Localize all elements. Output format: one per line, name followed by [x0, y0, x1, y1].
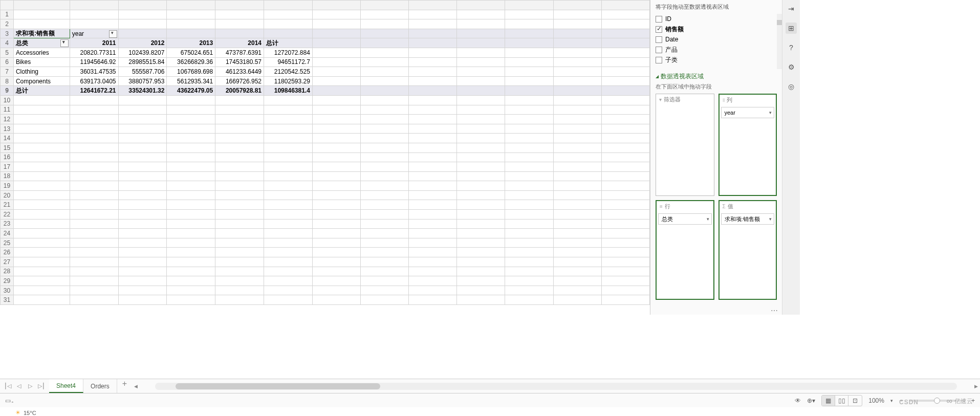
right-toolbar: ⇥ ⊞ ? ⚙ ◎	[782, 0, 800, 315]
cloud-icon: ∞	[947, 397, 952, 406]
zoom-level[interactable]: 100%	[868, 397, 884, 404]
pivot-col-field[interactable]: year	[70, 29, 118, 38]
view-mode-toggles: ▦ ▯▯ ⊡	[821, 395, 862, 406]
row-header[interactable]: 4	[1, 38, 14, 48]
grid[interactable]: 1 2 3 求和项:销售额 year 4 总类	[0, 0, 650, 305]
row-header[interactable]: 1	[1, 10, 14, 19]
next-sheet-icon[interactable]: ▷	[26, 382, 35, 391]
status-bar: ▭⸼ 👁 ⊕▾ ▦ ▯▯ ⊡ 100%▾ − +	[0, 393, 980, 407]
checkbox-icon[interactable]	[656, 47, 662, 53]
row-header[interactable]: 2	[1, 19, 14, 29]
pivot-fields-icon[interactable]: ⊞	[786, 23, 797, 34]
rows-area-item-category[interactable]: 总类 ▾	[658, 213, 712, 225]
pivot-corner-label: 求和项:销售额	[16, 30, 55, 37]
sun-icon: ☀	[15, 409, 20, 416]
csdn-watermark: CSDN	[899, 399, 919, 406]
filter-area[interactable]: ▾筛选器	[656, 94, 714, 196]
grid-settings-icon[interactable]: ⊕▾	[807, 397, 815, 404]
field-item-product[interactable]: 产品	[656, 45, 777, 55]
chevron-down-icon[interactable]: ▾	[707, 216, 709, 222]
chevron-down-icon[interactable]: ▾	[769, 216, 772, 222]
pivot-year-header[interactable]: 2013	[167, 38, 215, 48]
chevron-down-icon[interactable]	[109, 30, 117, 38]
table-row: 8 Components 639173.0405 3880757.953 561…	[1, 76, 650, 86]
pivot-row-field-header[interactable]: 总类	[13, 38, 70, 48]
row-header[interactable]: 3	[1, 29, 14, 38]
chevron-down-icon[interactable]: ▾	[890, 398, 893, 403]
values-area[interactable]: Σ值 求和项:销售额 ▾	[718, 200, 777, 300]
pivot-col-field-label: year	[72, 30, 84, 37]
checkbox-icon[interactable]	[656, 36, 662, 43]
filter-icon: ▾	[659, 97, 662, 102]
prev-sheet-icon[interactable]: ◁	[14, 382, 24, 391]
values-area-item-sum-sales[interactable]: 求和项:销售额 ▾	[721, 213, 775, 225]
last-sheet-icon[interactable]: ▷⎮	[37, 382, 46, 391]
select-all-cell[interactable]	[1, 1, 14, 10]
view-page-break-icon[interactable]: ⊡	[848, 396, 862, 406]
field-scrollbar[interactable]	[777, 14, 782, 69]
os-taskbar: ☀ 15°C	[0, 407, 980, 416]
table-row: 7 Clothing 36031.47535 555587.706 106768…	[1, 67, 650, 77]
status-console-icon[interactable]: ▭⸼	[5, 397, 14, 404]
checkbox-icon[interactable]	[656, 57, 662, 63]
chevron-down-icon[interactable]: ▾	[769, 110, 772, 115]
eye-icon[interactable]: 👁	[795, 397, 801, 404]
view-normal-icon[interactable]: ▦	[822, 396, 835, 406]
field-item-id[interactable]: ID	[656, 14, 777, 24]
checkbox-icon[interactable]	[656, 26, 662, 33]
columns-area[interactable]: ⦀列 year ▾	[718, 94, 777, 196]
table-row: 5 Accessories 20820.77311 102439.8207 67…	[1, 48, 650, 57]
scrollbar-thumb[interactable]	[176, 383, 380, 389]
field-list: ID 销售额 Date 产品 子类	[650, 14, 782, 69]
sheet-tab-sheet4[interactable]: Sheet4	[49, 379, 83, 393]
field-item-sales[interactable]: 销售额	[656, 24, 777, 34]
scroll-right-icon[interactable]: ▶	[972, 384, 980, 389]
rows-area[interactable]: ≡行 总类 ▾	[656, 200, 714, 300]
sheet-tabs-bar: ⎮◁ ◁ ▷ ▷⎮ Sheet4 Orders + ◀ ▶	[0, 379, 980, 393]
pivot-areas-hint: 在下面区域中拖动字段	[650, 83, 782, 94]
view-page-layout-icon[interactable]: ▯▯	[835, 396, 848, 406]
scrollbar-thumb[interactable]	[777, 20, 782, 25]
pivot-grand-total-row-label[interactable]: 总计	[13, 86, 70, 96]
sheet-tab-orders[interactable]: Orders	[83, 379, 117, 393]
weather-widget[interactable]: ☀ 15°C	[15, 409, 36, 416]
pivot-year-header[interactable]: 2012	[118, 38, 167, 48]
field-item-subclass[interactable]: 子类	[656, 55, 777, 65]
help-icon[interactable]: ?	[786, 42, 797, 53]
field-panel-hint: 将字段拖动至数据透视表区域	[650, 0, 782, 14]
pivot-year-header[interactable]: 2011	[70, 38, 118, 48]
zoom-slider-thumb[interactable]	[934, 398, 940, 404]
spreadsheet-area: 1 2 3 求和项:销售额 year 4 总类	[0, 0, 650, 315]
add-sheet-button[interactable]: +	[117, 379, 132, 393]
first-sheet-icon[interactable]: ⎮◁	[3, 382, 12, 391]
target-icon[interactable]: ◎	[786, 81, 797, 92]
pivot-year-header[interactable]: 2014	[215, 38, 264, 48]
chevron-down-icon[interactable]	[60, 39, 69, 47]
collapse-panel-icon[interactable]: ⇥	[786, 3, 797, 14]
rows-icon: ≡	[660, 204, 663, 209]
table-row: 6 Bikes 11945646.92 28985515.84 36266829…	[1, 57, 650, 67]
horizontal-scrollbar[interactable]	[155, 383, 957, 390]
pivot-areas-title: 数据透视表区域	[650, 69, 782, 83]
more-icon[interactable]: ⋯	[650, 306, 782, 315]
pivot-corner[interactable]: 求和项:销售额	[13, 29, 70, 38]
field-item-date[interactable]: Date	[656, 34, 777, 45]
checkbox-icon[interactable]	[656, 16, 662, 23]
pivot-field-panel: 将字段拖动至数据透视表区域 ID 销售额 Date 产品 子类 数据透视表区域 …	[650, 0, 782, 315]
pivot-grand-total-header[interactable]: 总计	[264, 38, 313, 48]
columns-area-item-year[interactable]: year ▾	[721, 107, 775, 118]
scroll-left-icon[interactable]: ◀	[132, 384, 140, 389]
columns-icon: ⦀	[723, 97, 725, 103]
yisu-watermark: ∞ 亿速云	[947, 397, 973, 406]
values-icon: Σ	[723, 204, 726, 209]
settings-icon[interactable]: ⚙	[786, 61, 797, 73]
